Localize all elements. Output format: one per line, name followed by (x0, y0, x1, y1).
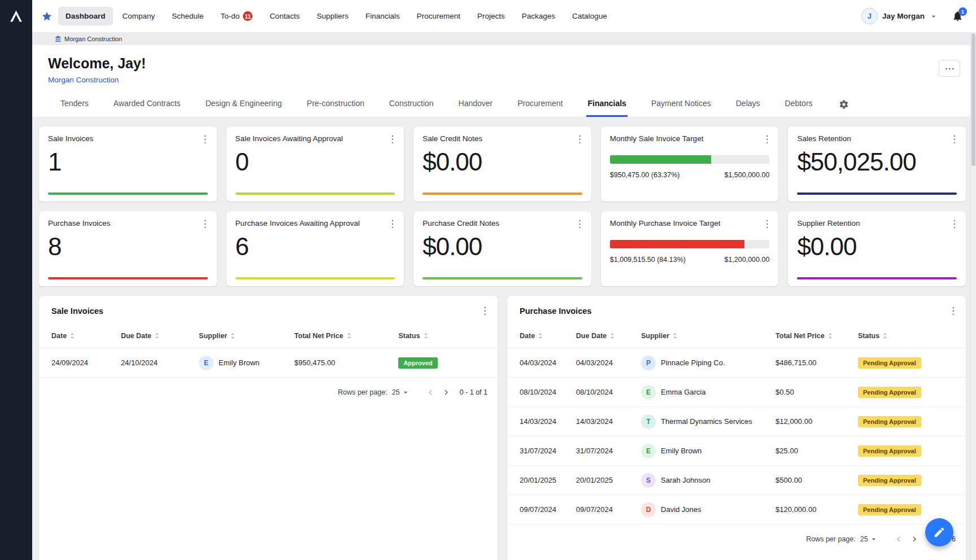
kebab-menu-icon[interactable]: ⋮ (949, 219, 959, 229)
previous-page-button[interactable] (422, 384, 438, 400)
kebab-menu-icon[interactable]: ⋮ (480, 306, 490, 316)
progress-current-label: $950,475.00 (63.37%) (610, 171, 680, 179)
status-badge: Approved (398, 357, 437, 369)
column-header-date[interactable]: Date (520, 332, 576, 340)
tab-pre-construction[interactable]: Pre-construction (306, 91, 365, 117)
kebab-menu-icon[interactable]: ⋮ (201, 219, 210, 229)
nav-item-dashboard[interactable]: Dashboard (58, 7, 113, 25)
nav-item-contacts[interactable]: Contacts (262, 7, 307, 25)
sort-icon (537, 333, 544, 339)
dropdown-caret-icon (401, 388, 410, 397)
notification-count-badge: 1 (958, 7, 967, 16)
status-badge: Pending Approval (858, 475, 921, 486)
header-more-button[interactable]: ⋯ (939, 60, 960, 77)
column-header-supplier[interactable]: Supplier (641, 332, 775, 340)
nav-item-packages[interactable]: Packages (515, 7, 563, 25)
column-header-date[interactable]: Date (51, 332, 121, 340)
column-header-due-date[interactable]: Due Date (121, 332, 199, 340)
tab-payment-notices[interactable]: Payment Notices (650, 91, 712, 117)
page-header: Welcome, Jay! Morgan Construction ⋯ (32, 45, 976, 91)
table-row[interactable]: 04/03/2024 04/03/2024 P Pinnacle Piping … (507, 348, 966, 378)
column-header-total-net-price[interactable]: Total Net Price (775, 332, 858, 340)
tab-tenders[interactable]: Tenders (59, 91, 90, 117)
tab-awarded-contracts[interactable]: Awarded Contracts (112, 91, 182, 117)
cell-date: 24/09/2024 (51, 358, 121, 367)
user-name[interactable]: Jay Morgan (882, 12, 925, 20)
table-row[interactable]: 24/09/2024 24/10/2024 E Emily Brown $950… (39, 348, 498, 378)
rows-per-page-select[interactable]: 25 (860, 535, 878, 544)
column-header-status[interactable]: Status (858, 332, 953, 340)
cell-due-date: 04/03/2024 (576, 358, 641, 367)
tab-debtors[interactable]: Debtors (784, 91, 814, 117)
tab-construction[interactable]: Construction (388, 91, 435, 117)
sort-icon (229, 333, 236, 339)
next-page-button[interactable] (438, 384, 454, 400)
tabs-settings-gear-icon[interactable] (839, 91, 849, 117)
cell-date: 04/03/2024 (520, 358, 576, 367)
nav-item-catalogue[interactable]: Catalogue (565, 7, 615, 25)
purchase-invoices-table-card: Purchase Invoices ⋮ Date Due Date Suppli… (507, 296, 966, 560)
column-header-total-net-price[interactable]: Total Net Price (294, 332, 398, 340)
nav-item-todo[interactable]: To-do 11 (213, 6, 260, 26)
tab-delays[interactable]: Delays (735, 91, 761, 117)
cell-date: 20/01/2025 (520, 476, 576, 484)
company-link[interactable]: Morgan Construction (48, 76, 119, 84)
cell-status: Pending Approval (858, 357, 953, 369)
table-header-row: Date Due Date Supplier Total Net Price S… (39, 323, 498, 348)
tab-financials[interactable]: Financials (586, 91, 627, 117)
kebab-menu-icon[interactable]: ⋮ (762, 134, 772, 144)
previous-page-button[interactable] (891, 531, 907, 547)
rows-per-page-label: Rows per page: (806, 535, 856, 543)
vertical-scrollbar[interactable] (970, 32, 976, 560)
nav-item-schedule[interactable]: Schedule (164, 7, 211, 25)
progress-target-label: $1,200,000.00 (724, 256, 769, 264)
cell-status: Pending Approval (858, 445, 953, 457)
kebab-menu-icon[interactable]: ⋮ (201, 134, 210, 144)
sort-icon (422, 333, 429, 339)
nav-item-company[interactable]: Company (115, 7, 163, 25)
table-row[interactable]: 08/10/2024 08/10/2024 E Emma Garcia $0.5… (507, 378, 966, 407)
kebab-menu-icon[interactable]: ⋮ (575, 134, 585, 144)
cell-supplier: D David Jones (641, 502, 775, 517)
column-label: Total Net Price (294, 332, 343, 340)
user-menu-chevron-down-icon[interactable] (929, 12, 938, 21)
nav-item-financials[interactable]: Financials (358, 7, 407, 25)
tab-procurement[interactable]: Procurement (516, 91, 564, 117)
column-header-due-date[interactable]: Due Date (576, 332, 641, 340)
table-row[interactable]: 09/07/2024 09/07/2024 D David Jones $120… (507, 495, 966, 524)
app-root: Dashboard Company Schedule To-do 11 Cont… (0, 0, 976, 560)
rows-per-page-select[interactable]: 25 (392, 388, 410, 397)
breadcrumb[interactable]: Morgan Construction (55, 36, 122, 42)
sort-icon (609, 333, 616, 339)
user-avatar[interactable]: J (861, 8, 878, 24)
table-header-row: Date Due Date Supplier Total Net Price S… (507, 323, 966, 348)
left-sidebar (0, 0, 32, 560)
scrollbar-thumb[interactable] (971, 33, 975, 166)
stat-value: 6 (236, 233, 395, 260)
table-row[interactable]: 14/03/2024 14/03/2024 T Thermal Dynamics… (507, 407, 966, 436)
status-badge: Pending Approval (858, 416, 921, 427)
app-logo[interactable] (0, 0, 32, 32)
cell-status: Pending Approval (858, 475, 953, 486)
kebab-menu-icon[interactable]: ⋮ (575, 219, 585, 229)
nav-item-suppliers[interactable]: Suppliers (310, 7, 356, 25)
kebab-menu-icon[interactable]: ⋮ (387, 219, 397, 229)
main-column: Dashboard Company Schedule To-do 11 Cont… (32, 0, 976, 560)
table-row[interactable]: 31/07/2024 31/07/2024 E Emily Brown $25.… (507, 436, 966, 466)
cell-total-net-price: $25.00 (775, 447, 858, 455)
tab-handover[interactable]: Handover (457, 91, 494, 117)
column-header-supplier[interactable]: Supplier (199, 332, 294, 340)
notifications-bell-icon[interactable]: 1 (952, 10, 964, 22)
kebab-menu-icon[interactable]: ⋮ (387, 134, 397, 144)
favorites-star-icon[interactable] (41, 11, 53, 22)
next-page-button[interactable] (907, 531, 922, 547)
nav-item-procurement[interactable]: Procurement (409, 7, 468, 25)
kebab-menu-icon[interactable]: ⋮ (948, 306, 958, 316)
tab-design-engineering[interactable]: Design & Engineering (204, 91, 283, 117)
kebab-menu-icon[interactable]: ⋮ (762, 219, 772, 229)
table-row[interactable]: 20/01/2025 20/01/2025 S Sarah Johnson $5… (507, 466, 966, 495)
create-fab-button[interactable] (925, 518, 953, 546)
column-header-status[interactable]: Status (398, 332, 485, 340)
nav-item-projects[interactable]: Projects (470, 7, 512, 25)
kebab-menu-icon[interactable]: ⋮ (949, 134, 959, 144)
